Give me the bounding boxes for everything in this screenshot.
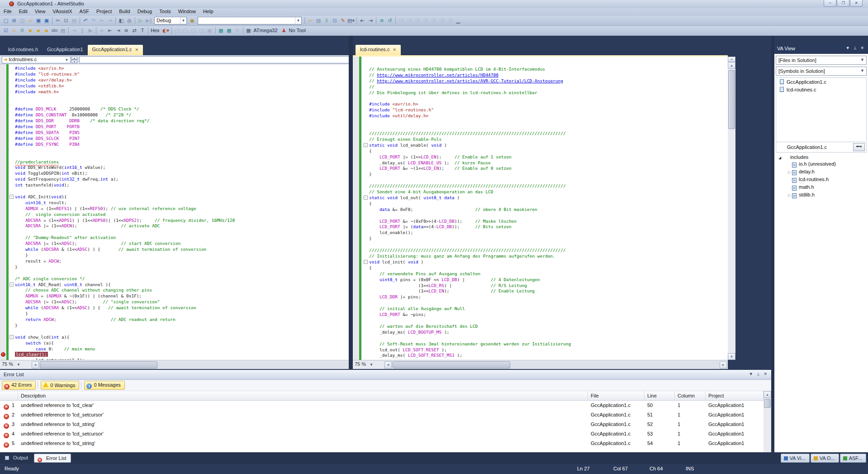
code-line[interactable]: // warten auf die Bereitschaft des LCD: [369, 324, 728, 330]
chevron-down-icon[interactable]: ▼: [64, 57, 70, 62]
code-line[interactable]: [15, 95, 377, 101]
device-chip-icon[interactable]: ▦: [245, 27, 253, 35]
code-line[interactable]: #define DDS_DDR DDRB /* data direction r…: [15, 118, 377, 124]
code-line[interactable]: }: [15, 311, 377, 317]
menu-window[interactable]: Window: [175, 8, 199, 15]
edit-pencil-icon[interactable]: ✎: [339, 17, 347, 25]
scroll-thumb[interactable]: [393, 361, 510, 369]
code-line[interactable]: lcd_enable();: [369, 230, 728, 236]
tree-node-math.h[interactable]: hmath.h: [776, 183, 867, 191]
menu-view[interactable]: View: [31, 8, 49, 15]
find-binoculars-icon[interactable]: ◉: [188, 17, 196, 25]
code-line[interactable]: }: [15, 264, 377, 270]
split-handle-icon[interactable]: ═: [728, 57, 735, 62]
solution-explorer-icon[interactable]: ◧: [117, 17, 125, 25]
code-line[interactable]: #define DDS_SDATA PIN5: [15, 130, 377, 136]
code-line[interactable]: // choose ADC channel without changing o…: [15, 287, 377, 293]
code-editor-left[interactable]: #include <avr/io.h>#include "lcd-routine…: [0, 64, 377, 360]
debugger-person-icon[interactable]: ♟: [280, 27, 288, 35]
board-pin-icon[interactable]: ▪: [26, 27, 34, 35]
tab-GccApplication1[interactable]: GccApplication1: [43, 45, 88, 55]
code-line[interactable]: #include "lcd-routines.h": [15, 72, 377, 77]
error-row[interactable]: ✕5undefined reference to 'lcd_string'Gcc…: [0, 439, 764, 448]
chevron-down-icon[interactable]: ▼: [860, 68, 864, 73]
code-line[interactable]: [369, 242, 728, 248]
code-line[interactable]: // "Dummy-Readout" after activation: [15, 235, 377, 241]
comment-bubble-icon[interactable]: ❍: [438, 17, 446, 25]
code-line[interactable]: LCD_PORT &= ~(1<<LCD_EN); // Enable auf …: [369, 166, 728, 172]
code-line[interactable]: // Soft-Reset muss 3mal hintereinander g…: [369, 341, 728, 347]
toggle-bookmark-icon[interactable]: ∞: [98, 27, 106, 35]
tree-node-delay.h[interactable]: ▷hdelay.h: [776, 168, 867, 176]
code-line[interactable]: -static void lcd_out( uint8_t data ): [369, 195, 728, 201]
code-line[interactable]: #define DDS_MCLK 25000000 /* DDS Clock *…: [15, 106, 377, 112]
copy-icon[interactable]: ⊡: [62, 17, 70, 25]
close-tab-icon[interactable]: ✕: [135, 48, 139, 52]
code-line[interactable]: [369, 318, 728, 324]
column-header-column[interactable]: Column: [675, 391, 706, 401]
code-line[interactable]: [369, 335, 728, 341]
window-menu-icon[interactable]: ▼: [844, 46, 852, 50]
code-line[interactable]: [369, 125, 728, 131]
code-line[interactable]: uint8_t pins = (0x0F << LCD_DB) | // 4 D…: [369, 277, 728, 283]
code-line[interactable]: // Sendet eine 4-bit Ausgabeoperation an…: [369, 189, 728, 195]
code-line[interactable]: // Ansteuerung eines HD44780 kompatiblen…: [369, 67, 728, 72]
open-folder-icon[interactable]: ▱: [26, 17, 34, 25]
asf-wizard-icon[interactable]: ⚙: [18, 27, 26, 35]
code-line[interactable]: while (ADCSRA & (1<<ADSC) ) { // await t…: [15, 305, 377, 311]
format-selection-icon[interactable]: ≡: [122, 27, 130, 35]
tool-tab-output[interactable]: Output: [2, 454, 32, 463]
properties-icon[interactable]: ◎: [125, 17, 133, 25]
code-line[interactable]: // Erzeugt einen Enable-Puls: [369, 137, 728, 143]
error-row[interactable]: ✕3undefined reference to 'lcd_string'Gcc…: [0, 420, 764, 429]
code-line[interactable]: // single conversion activated: [15, 212, 377, 218]
menu-debug[interactable]: Debug: [134, 8, 156, 15]
window-split-icon[interactable]: ◫: [18, 17, 26, 25]
refresh-icon[interactable]: ↺: [386, 17, 394, 25]
error-list-vscrollbar[interactable]: ▲ ▼: [764, 391, 771, 460]
close-tab-icon[interactable]: ✕: [393, 48, 396, 52]
sort-lines-icon[interactable]: ≡: [378, 17, 386, 25]
pin-icon[interactable]: ⊥: [755, 372, 762, 376]
code-line[interactable]: // http://www.mikrocontroller.net/articl…: [369, 78, 728, 84]
maximize-button[interactable]: ❐: [837, 0, 849, 7]
code-line[interactable]: ADMUX = (ADMUX & ~(0x1F)) | (channel & 0…: [15, 293, 377, 299]
code-line[interactable]: // Initialisierung: muss ganz am Anfang …: [369, 254, 728, 259]
code-line[interactable]: ////////////////////////////////////////…: [369, 131, 728, 137]
error-list-caption-bar[interactable]: Error List ▼⊥✕: [0, 370, 771, 380]
tab-GccApplication1.c[interactable]: GccApplication1.c✕: [88, 45, 143, 55]
find-combo[interactable]: ▼: [198, 17, 302, 24]
indent-increase-icon[interactable]: ⇥: [366, 17, 375, 25]
scroll-right-icon[interactable]: ►: [720, 361, 727, 369]
code-line[interactable]: ADCSRA |= (1<<ADSC); // start ADC conver…: [15, 241, 377, 247]
symbols-in-solution-combobox[interactable]: [Symbols in Solution]▼: [776, 67, 867, 76]
code-line[interactable]: [369, 213, 728, 219]
expander-icon[interactable]: ▷: [787, 170, 792, 174]
code-line[interactable]: }: [369, 236, 728, 242]
code-line[interactable]: #include "lcd-routines.h": [369, 107, 728, 113]
redo-icon[interactable]: ↷: [90, 17, 98, 25]
navigate-back-icon[interactable]: ←: [98, 17, 106, 25]
tab-lcd-routines.h[interactable]: lcd-routines.h: [4, 45, 43, 55]
code-line[interactable]: // Die Pinbelegung ist über defines in l…: [369, 90, 728, 96]
solution-file-item[interactable]: GccApplication1.c: [776, 78, 866, 86]
code-line[interactable]: _delay_ms( LCD_BOOTUP_MS );: [369, 330, 728, 335]
code-line[interactable]: [15, 148, 377, 153]
cut-icon[interactable]: ✂: [54, 17, 62, 25]
minimize-strip-icon[interactable]: ▁: [454, 17, 462, 25]
solution-file-item[interactable]: lcd-routines.c: [776, 86, 866, 93]
code-line[interactable]: }: [369, 172, 728, 177]
code-line[interactable]: -uint16_t ADC_Read( uint8_t channel ){: [15, 282, 377, 288]
break-all-icon[interactable]: ‖: [78, 27, 86, 35]
hex-mode-label[interactable]: Hex: [150, 26, 162, 33]
comment-bubble-icon[interactable]: ❍: [413, 17, 422, 25]
code-line[interactable]: LCD_DDR |= pins;: [369, 294, 728, 300]
code-line[interactable]: int tastenfeld(void);: [15, 182, 377, 188]
board-pin-icon[interactable]: ▪: [34, 27, 43, 35]
align-icon[interactable]: T: [138, 27, 147, 35]
error-row-partial[interactable]: ✕: [0, 448, 764, 451]
start-debug-icon[interactable]: ▷: [137, 17, 145, 25]
tree-node-stdlib.h[interactable]: ▷hstdlib.h: [776, 191, 867, 199]
code-line[interactable]: [369, 300, 728, 306]
code-line[interactable]: -void show_lcd(int a){: [15, 335, 377, 340]
